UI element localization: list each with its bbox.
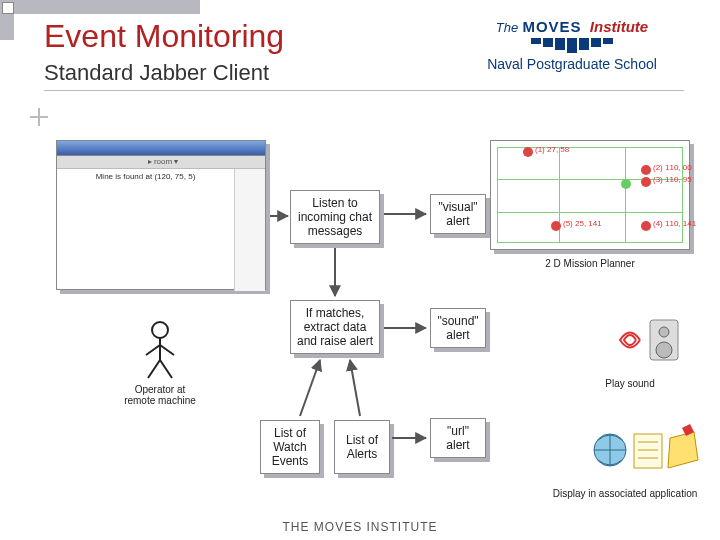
bullet-cross-icon bbox=[30, 108, 48, 126]
listen-box: Listen to incoming chat messages bbox=[290, 190, 380, 244]
svg-line-3 bbox=[160, 345, 174, 355]
waypoint: (4) 110, 141 bbox=[641, 221, 651, 231]
slide: Event Monitoring Standard Jabber Client … bbox=[0, 0, 720, 540]
waypoint: (5) 25, 141 bbox=[551, 221, 561, 231]
corner-square-icon bbox=[2, 2, 14, 14]
logo-the: The bbox=[496, 20, 518, 35]
moves-institute-logo: The MOVES Institute Naval Postgraduate S… bbox=[452, 18, 692, 98]
waypoint-label: (4) 110, 141 bbox=[653, 219, 696, 228]
jabber-sidebar bbox=[235, 169, 265, 291]
speaker-caption: Play sound bbox=[560, 378, 700, 389]
waypoint: (3) 110, 95 bbox=[641, 177, 651, 187]
svg-line-19 bbox=[350, 360, 360, 416]
slide-subtitle: Standard Jabber Client bbox=[44, 60, 269, 86]
visual-alert-box: "visual" alert bbox=[430, 194, 486, 234]
jabber-toolbar: ▸ room ▾ bbox=[57, 156, 265, 169]
svg-rect-10 bbox=[634, 434, 662, 468]
svg-line-18 bbox=[300, 360, 320, 416]
associated-apps-icon bbox=[590, 420, 700, 480]
svg-marker-14 bbox=[668, 432, 698, 468]
waypoint-label: (1) 27, 58 bbox=[535, 145, 569, 154]
apps-caption: Display in associated application bbox=[540, 488, 710, 499]
slide-title: Event Monitoring bbox=[44, 18, 284, 55]
logo-moves: MOVES bbox=[522, 18, 581, 35]
person-icon bbox=[140, 320, 180, 380]
svg-line-4 bbox=[148, 360, 160, 378]
match-box: If matches, extract data and raise alert bbox=[290, 300, 380, 354]
waypoint-label: (2) 110, 00 bbox=[653, 163, 692, 172]
slide-footer: THE MOVES INSTITUTE bbox=[0, 520, 720, 534]
planner-grid bbox=[497, 147, 683, 243]
mission-planner: (1) 27, 58(2) 110, 00(3) 110, 95(4) 110,… bbox=[490, 140, 690, 250]
alerts-box: List of Alerts bbox=[334, 420, 390, 474]
svg-line-5 bbox=[160, 360, 172, 378]
waypoint-label: (5) 25, 141 bbox=[563, 219, 602, 228]
waypoint bbox=[621, 179, 631, 189]
speaker-icon bbox=[600, 310, 690, 370]
jabber-message-area: Mine is found at (120, 75, 5) bbox=[57, 169, 235, 291]
jabber-titlebar bbox=[57, 141, 265, 156]
sound-alert-box: "sound" alert bbox=[430, 308, 486, 348]
waypoint: (2) 110, 00 bbox=[641, 165, 651, 175]
svg-point-7 bbox=[659, 327, 669, 337]
jabber-client-window: ▸ room ▾ Mine is found at (120, 75, 5) bbox=[56, 140, 266, 290]
logo-institute: Institute bbox=[590, 18, 648, 35]
operator-label: Operator at remote machine bbox=[100, 384, 220, 406]
waypoint: (1) 27, 58 bbox=[523, 147, 533, 157]
svg-point-8 bbox=[656, 342, 672, 358]
url-alert-box: "url" alert bbox=[430, 418, 486, 458]
svg-point-0 bbox=[152, 322, 168, 338]
planner-caption: 2 D Mission Planner bbox=[490, 258, 690, 269]
svg-line-2 bbox=[146, 345, 160, 355]
waypoint-label: (3) 110, 95 bbox=[653, 175, 692, 184]
top-bar-horizontal bbox=[0, 0, 200, 14]
logo-bars-icon bbox=[452, 38, 692, 53]
watch-events-box: List of Watch Events bbox=[260, 420, 320, 474]
logo-school: Naval Postgraduate School bbox=[452, 56, 692, 72]
operator-figure: Operator at remote machine bbox=[100, 320, 220, 406]
